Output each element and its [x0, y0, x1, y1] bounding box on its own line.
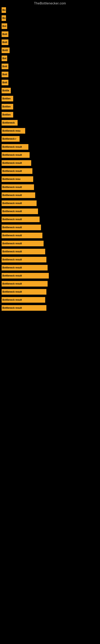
bar-row: Bott: [1, 38, 100, 46]
bottleneck-bar: Bott: [1, 32, 8, 37]
bottleneck-bar: Bottleneck resu: [1, 128, 25, 134]
bottleneck-bar: Bo: [1, 7, 6, 13]
bar-row: Bottleneck result: [1, 215, 100, 224]
bar-row: Bottleneck result: [1, 272, 100, 280]
bar-row: Bottleneck result: [1, 232, 100, 240]
bar-row: Bottleneck result: [1, 248, 100, 256]
bar-row: Bottleneck result: [1, 296, 100, 304]
bar-row: Bottlen: [1, 103, 100, 111]
bar-row: Bott: [1, 30, 100, 38]
bar-row: Bottleneck result: [1, 151, 100, 159]
bottleneck-bar: Bottleneck result: [1, 160, 31, 166]
bottleneck-bar: Bottleneck result: [1, 273, 49, 278]
bar-row: Bott: [1, 62, 100, 70]
bar-row: Bottleneck result: [1, 304, 100, 312]
bottleneck-bar: Bottleneck result: [1, 289, 47, 295]
bottleneck-bar: Bottleneck result: [1, 144, 28, 150]
bottleneck-bar: Bottleneck: [1, 120, 18, 126]
bar-row: Bott: [1, 70, 100, 78]
bar-row: Bottleneck result: [1, 256, 100, 264]
bottleneck-bar: Bottleneck result: [1, 192, 35, 198]
bar-row: Bott: [1, 78, 100, 86]
bottleneck-bar: Bo: [1, 15, 6, 21]
bar-row: Bottlen: [1, 111, 100, 119]
bottleneck-bar: Bottleneck result: [1, 208, 38, 214]
bar-row: Bottle: [1, 86, 100, 94]
bottleneck-bar: Bottleneck result: [1, 233, 42, 238]
bottleneck-bar: Bottleneck result: [1, 200, 37, 206]
bar-row: Bottleneck result: [1, 280, 100, 288]
bar-row: Bottleneck resu: [1, 175, 100, 183]
bar-row: Bottleneck result: [1, 207, 100, 215]
bottleneck-bar: Bottleneck result: [1, 257, 47, 262]
bottleneck-bar: Bott: [1, 64, 8, 69]
bar-row: Bot: [1, 54, 100, 62]
bottleneck-bar: Bott: [1, 40, 8, 45]
bottleneck-bar: Bottleneck r: [1, 136, 20, 142]
bottleneck-bar: Bottleneck result: [1, 168, 32, 174]
bottleneck-bar: Bottleneck result: [1, 216, 40, 222]
bottleneck-bar: Bottleneck result: [1, 184, 34, 190]
bar-row: Bottleneck result: [1, 191, 100, 199]
bar-row: Bottleneck result: [1, 224, 100, 232]
bar-row: Bottleneck result: [1, 167, 100, 175]
bottleneck-bar: Bot: [1, 23, 7, 29]
bar-row: Bot: [1, 22, 100, 30]
bar-row: Bottleneck result: [1, 143, 100, 151]
bar-row: Bottleneck result: [1, 288, 100, 296]
bottleneck-bar: Bottl: [1, 48, 10, 53]
bar-row: Bottleneck r: [1, 135, 100, 143]
bottleneck-bar: Bottleneck result: [1, 265, 48, 270]
bottleneck-bar: Bottleneck result: [1, 152, 30, 158]
bar-row: Bo: [1, 6, 100, 14]
bottleneck-bar: Bottlen: [1, 96, 13, 102]
bar-row: Bottleneck result: [1, 240, 100, 248]
bottleneck-bar: Bottlen: [1, 104, 13, 110]
bottleneck-bar: Bottle: [1, 88, 11, 94]
bar-row: Bottleneck: [1, 119, 100, 127]
bottleneck-bar: Bottleneck result: [1, 297, 45, 303]
bottleneck-bar: Bot: [1, 56, 7, 61]
bottleneck-bar: Bottleneck result: [1, 249, 45, 254]
bottleneck-bar: Bottleneck result: [1, 241, 44, 246]
bottleneck-bar: Bottleneck result: [1, 281, 48, 286]
bar-row: Bottleneck result: [1, 199, 100, 207]
bottleneck-bar: Bottleneck result: [1, 224, 41, 230]
bottleneck-bar: Bottlen: [1, 112, 13, 118]
bar-row: Bo: [1, 14, 100, 22]
bottleneck-bar: Bottleneck resu: [1, 176, 33, 182]
bottleneck-bar: Bottleneck result: [1, 305, 47, 311]
bar-row: Bottleneck result: [1, 159, 100, 167]
bar-row: Bottleneck result: [1, 183, 100, 191]
bar-row: Bottleneck result: [1, 264, 100, 272]
bottleneck-bar: Bott: [1, 80, 8, 85]
bottleneck-bar: Bott: [1, 72, 8, 77]
bar-row: Bottl: [1, 46, 100, 54]
bar-row: Bottlen: [1, 94, 100, 103]
bar-row: Bottleneck resu: [1, 127, 100, 135]
site-title: TheBottlenecker.com: [0, 0, 100, 6]
